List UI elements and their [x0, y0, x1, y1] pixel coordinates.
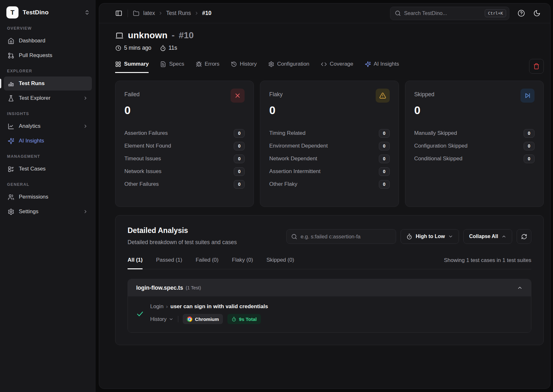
- x-icon: [231, 89, 245, 103]
- sparkles-icon: [8, 138, 14, 144]
- sidebar-item-test-cases[interactable]: Test Cases: [4, 162, 92, 176]
- global-search-input[interactable]: [404, 10, 482, 16]
- run-time-ago: 5 mins ago: [115, 45, 151, 51]
- refresh-icon: [521, 234, 527, 240]
- timer-icon: [160, 45, 166, 51]
- sidebar-item-label: Test Runs: [19, 80, 45, 87]
- stat-row-count: 0: [379, 180, 390, 189]
- collapse-all-button[interactable]: Collapse All: [463, 229, 512, 244]
- test-group: Login: [150, 303, 164, 310]
- test-filter-input[interactable]: [300, 234, 391, 240]
- tab-ai-insights[interactable]: AI Insights: [365, 61, 399, 73]
- section-label-management: MANAGEMENT: [4, 154, 92, 159]
- sparkles-icon: [365, 61, 371, 67]
- suite-header[interactable]: login-flow.spec.ts (1 Test): [128, 279, 531, 296]
- filter-tab-flaky[interactable]: Flaky (0): [232, 257, 253, 269]
- divider: [128, 10, 128, 17]
- help-icon[interactable]: [518, 10, 525, 17]
- stat-row-count: 0: [524, 155, 535, 163]
- history-dropdown[interactable]: History: [150, 316, 173, 322]
- sidebar-item-permissions[interactable]: Permissions: [4, 190, 92, 204]
- laptop-icon: [115, 31, 124, 40]
- sidebar-item-analytics[interactable]: Analytics: [4, 119, 92, 133]
- delete-run-button[interactable]: [529, 59, 544, 74]
- top-bar: latex Test Runs #10 Ctrl+K: [99, 4, 550, 23]
- duration-badge: 9s Total: [227, 314, 261, 324]
- browser-badge: Chromium: [183, 314, 223, 324]
- chevron-up-icon: [501, 234, 506, 239]
- suite-name: login-flow.spec.ts: [136, 285, 183, 291]
- tab-configuration[interactable]: Configuration: [268, 61, 309, 73]
- global-search[interactable]: Ctrl+K: [390, 7, 509, 20]
- suite-test-count: (1 Test): [186, 285, 201, 290]
- code-icon: [321, 61, 327, 67]
- stat-row-label: Configuration Skipped: [414, 143, 468, 149]
- stat-card-flaky: Flaky 0 Timing Related0 Environment Depe…: [260, 81, 399, 207]
- workspace-switcher[interactable]: T TestDino: [4, 5, 92, 20]
- sort-dropdown[interactable]: High to Low: [401, 229, 459, 244]
- top-bar-right: Ctrl+K: [390, 7, 541, 20]
- breadcrumb-separator-icon: [194, 11, 199, 16]
- stat-row-label: Other Flaky: [269, 181, 297, 187]
- sidebar-item-settings[interactable]: Settings: [4, 205, 92, 219]
- sidebar-item-dashboard[interactable]: Dashboard: [4, 34, 92, 48]
- detailed-analysis-title: Detailed Analysis: [128, 226, 237, 235]
- sidebar-item-pull-requests[interactable]: Pull Requests: [4, 48, 92, 62]
- filter-tab-failed[interactable]: Failed (0): [195, 257, 218, 269]
- tab-coverage[interactable]: Coverage: [321, 61, 353, 73]
- stat-row-count: 0: [234, 155, 245, 163]
- tab-history[interactable]: History: [231, 61, 257, 73]
- tab-specs[interactable]: Specs: [160, 61, 184, 73]
- trash-icon: [533, 63, 540, 69]
- section-label-general: GENERAL: [4, 182, 92, 187]
- stat-row-label: Network Issues: [124, 168, 161, 175]
- git-pull-request-icon: [8, 52, 14, 59]
- brand-name: TestDino: [23, 9, 48, 16]
- title-separator: -: [172, 30, 174, 40]
- history-icon: [231, 61, 237, 67]
- stat-card-title: Flaky: [269, 91, 283, 98]
- chevron-up-icon[interactable]: [517, 285, 523, 291]
- chevron-right-icon: [83, 96, 88, 101]
- breadcrumb-run: #10: [202, 10, 211, 17]
- stat-row: Timeout Issues0: [124, 152, 245, 165]
- dark-mode-icon[interactable]: [533, 10, 541, 17]
- filter-tab-skipped[interactable]: Skipped (0): [266, 257, 294, 269]
- divider: [178, 316, 178, 322]
- stat-row: Other Flaky0: [269, 178, 389, 191]
- breadcrumb-project[interactable]: latex: [143, 10, 155, 17]
- filter-tab-all[interactable]: All (1): [128, 257, 143, 269]
- section-label-insights: INSIGHTS: [4, 112, 92, 116]
- stat-row: Manually Skipped0: [414, 127, 535, 140]
- test-filter-search[interactable]: [286, 229, 396, 244]
- chevron-down-icon: [448, 234, 453, 239]
- users-icon: [8, 194, 14, 200]
- sidebar-item-label: Permissions: [19, 194, 48, 200]
- stat-row-count: 0: [379, 129, 390, 138]
- history-label: History: [150, 316, 166, 322]
- layout-list-icon: [8, 166, 14, 172]
- filter-tab-passed[interactable]: Passed (1): [156, 257, 182, 269]
- sidebar-toggle-icon[interactable]: [115, 10, 122, 17]
- run-number: #10: [179, 30, 194, 40]
- clock-icon: [115, 45, 122, 51]
- stat-row-label: Conditional Skipped: [414, 156, 462, 162]
- stat-row-label: Manually Skipped: [414, 130, 457, 136]
- test-name[interactable]: user can sign in with valid credentials: [170, 303, 268, 310]
- stat-row-label: Network Dependent: [269, 156, 317, 162]
- stat-row-label: Timing Related: [269, 130, 306, 136]
- test-separator: ›: [166, 303, 168, 310]
- tab-errors[interactable]: Errors: [196, 61, 219, 73]
- refresh-button[interactable]: [517, 229, 531, 244]
- collapse-all-label: Collapse All: [469, 234, 498, 239]
- breadcrumb-section[interactable]: Test Runs: [166, 10, 191, 17]
- duration-badge-label: 9s Total: [239, 316, 257, 322]
- sidebar-item-label: Settings: [19, 208, 38, 215]
- sidebar-item-test-runs[interactable]: Test Runs: [4, 76, 92, 91]
- chevron-right-icon: [83, 124, 88, 129]
- sidebar-item-test-explorer[interactable]: Test Explorer: [4, 91, 92, 105]
- stat-card-value: 0: [124, 104, 245, 117]
- tab-summary[interactable]: Summary: [115, 61, 149, 73]
- sidebar-item-ai-insights[interactable]: AI Insights: [4, 134, 92, 148]
- shortcut-badge: Ctrl+K: [485, 9, 506, 17]
